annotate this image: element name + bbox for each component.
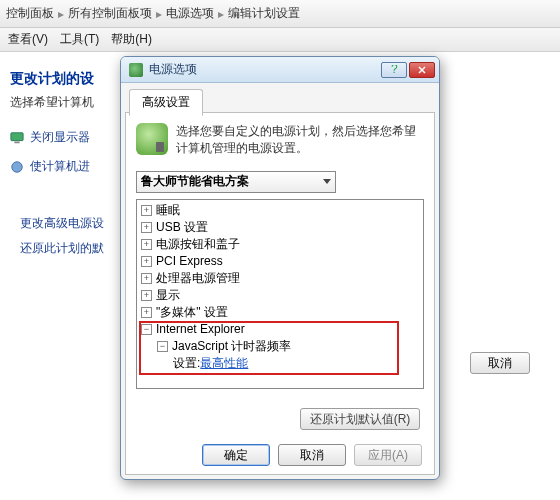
- tree-node-usb[interactable]: +USB 设置: [137, 219, 423, 236]
- dialog-button-row: 确定 取消 应用(A): [126, 444, 434, 466]
- link-change-advanced[interactable]: 更改高级电源设: [0, 211, 120, 236]
- setting-label: 设置:: [173, 355, 200, 372]
- sidebar-item-label: 使计算机进: [30, 158, 90, 175]
- cancel-button[interactable]: 取消: [278, 444, 346, 466]
- tab-advanced[interactable]: 高级设置: [129, 89, 203, 116]
- menu-bar: 查看(V) 工具(T) 帮助(H): [0, 28, 560, 52]
- tree-node-cpu[interactable]: +处理器电源管理: [137, 270, 423, 287]
- breadcrumb-item[interactable]: 控制面板: [4, 5, 56, 22]
- settings-tree[interactable]: +睡眠 +USB 设置 +电源按钮和盖子 +PCI Express +处理器电源…: [136, 199, 424, 389]
- expand-icon[interactable]: +: [141, 290, 152, 301]
- ok-button[interactable]: 确定: [202, 444, 270, 466]
- dialog-title: 电源选项: [149, 61, 381, 78]
- expand-icon[interactable]: +: [141, 256, 152, 267]
- sidebar-item-label: 关闭显示器: [30, 129, 90, 146]
- power-options-dialog: 电源选项 ? 高级设置 选择您要自定义的电源计划，然后选择您希望计算机管理的电源…: [120, 56, 440, 480]
- chevron-right-icon: ▸: [216, 7, 226, 21]
- tree-node-multimedia[interactable]: +"多媒体" 设置: [137, 304, 423, 321]
- tree-node-js-timer[interactable]: −JavaScript 计时器频率: [137, 338, 423, 355]
- menu-tools[interactable]: 工具(T): [60, 31, 99, 48]
- dialog-titlebar[interactable]: 电源选项 ?: [121, 57, 439, 83]
- tab-body: 选择您要自定义的电源计划，然后选择您希望计算机管理的电源设置。 鲁大师节能省电方…: [125, 113, 435, 475]
- restore-defaults-button[interactable]: 还原计划默认值(R): [300, 408, 420, 430]
- breadcrumb[interactable]: 控制面板 ▸ 所有控制面板项 ▸ 电源选项 ▸ 编辑计划设置: [0, 0, 560, 28]
- tab-strip: 高级设置: [121, 83, 439, 113]
- breadcrumb-item[interactable]: 编辑计划设置: [226, 5, 302, 22]
- collapse-icon[interactable]: −: [157, 341, 168, 352]
- expand-icon[interactable]: +: [141, 307, 152, 318]
- description-text: 选择您要自定义的电源计划，然后选择您希望计算机管理的电源设置。: [176, 123, 424, 157]
- moon-icon: [10, 160, 24, 174]
- expand-icon[interactable]: +: [141, 273, 152, 284]
- window-controls: ?: [381, 62, 435, 78]
- menu-view[interactable]: 查看(V): [8, 31, 48, 48]
- close-button[interactable]: [409, 62, 435, 78]
- svg-rect-0: [11, 132, 23, 140]
- chevron-right-icon: ▸: [56, 7, 66, 21]
- svg-rect-1: [14, 141, 19, 143]
- battery-plug-icon: [136, 123, 168, 155]
- expand-icon[interactable]: +: [141, 222, 152, 233]
- link-restore-plan[interactable]: 还原此计划的默: [0, 236, 120, 261]
- chevron-right-icon: ▸: [154, 7, 164, 21]
- monitor-icon: [10, 131, 24, 145]
- breadcrumb-item[interactable]: 电源选项: [164, 5, 216, 22]
- menu-help[interactable]: 帮助(H): [111, 31, 152, 48]
- left-pane: 更改计划的设 选择希望计算机 关闭显示器 使计算机进 更改高级电源设 还原此计划…: [0, 52, 120, 500]
- page-subtext: 选择希望计算机: [0, 94, 120, 123]
- expand-icon[interactable]: +: [141, 205, 152, 216]
- setting-value[interactable]: 最高性能: [200, 355, 248, 372]
- tree-leaf-setting[interactable]: 设置: 最高性能: [137, 355, 423, 372]
- power-plan-select[interactable]: 鲁大师节能省电方案: [136, 171, 336, 193]
- tree-node-sleep[interactable]: +睡眠: [137, 202, 423, 219]
- cancel-button[interactable]: 取消: [470, 352, 530, 374]
- svg-point-2: [12, 161, 23, 172]
- sidebar-item-sleep[interactable]: 使计算机进: [0, 152, 120, 181]
- svg-text:?: ?: [391, 65, 398, 75]
- apply-button[interactable]: 应用(A): [354, 444, 422, 466]
- chevron-down-icon: [323, 179, 331, 184]
- page-heading: 更改计划的设: [0, 70, 120, 94]
- expand-icon[interactable]: +: [141, 239, 152, 250]
- tree-node-display[interactable]: +显示: [137, 287, 423, 304]
- sidebar-item-display-off[interactable]: 关闭显示器: [0, 123, 120, 152]
- help-button[interactable]: ?: [381, 62, 407, 78]
- power-icon: [129, 63, 143, 77]
- tree-node-power-buttons[interactable]: +电源按钮和盖子: [137, 236, 423, 253]
- tree-node-pci[interactable]: +PCI Express: [137, 253, 423, 270]
- collapse-icon[interactable]: −: [141, 324, 152, 335]
- breadcrumb-item[interactable]: 所有控制面板项: [66, 5, 154, 22]
- selected-plan-label: 鲁大师节能省电方案: [141, 173, 249, 190]
- tree-node-ie[interactable]: −Internet Explorer: [137, 321, 423, 338]
- description-row: 选择您要自定义的电源计划，然后选择您希望计算机管理的电源设置。: [126, 123, 434, 167]
